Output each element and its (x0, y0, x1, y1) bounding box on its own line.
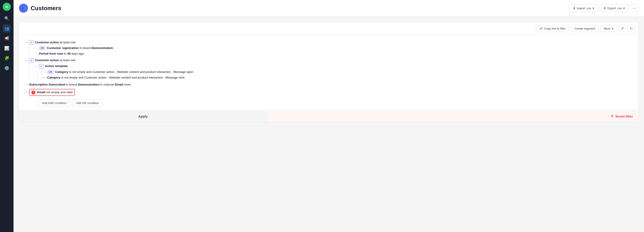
copy-link-icon: 🔗 (539, 27, 543, 30)
filter-panel: 🔗 Copy link to filter Create segment Mor… (19, 22, 638, 122)
expand-customer-action-2[interactable]: + (29, 58, 34, 63)
sidebar-item-analytics[interactable]: 📊 (3, 44, 11, 52)
more-label: More (604, 27, 610, 30)
import-chevron-icon: ▾ (592, 7, 594, 10)
filter-actions: Add AND condition Add OR condition (24, 97, 633, 110)
create-segment-label: Create segment (574, 27, 595, 30)
row-label-customer-action-1: Customer action at least one (35, 40, 76, 45)
h-connector-4 (33, 66, 38, 67)
or-badge-2: OR (47, 70, 54, 74)
import-label: Import .csv (577, 7, 591, 10)
or-group-2: OR Category is not empty and Customer ac… (37, 69, 633, 81)
filter-row-category-1: OR Category is not empty and Customer ac… (41, 69, 633, 75)
filter-row-customer-registration: OR Customer registration In brand Demons… (33, 45, 633, 51)
main-content: 👥 Customers ⬇ Import .csv ▾ ⬆ Export .cs… (14, 0, 644, 232)
sidebar-item-campaigns[interactable]: 📢 (3, 34, 11, 43)
import-icon: ⬇ (573, 7, 576, 10)
reset-filter-button[interactable]: ✕ Reset filter (267, 111, 638, 122)
vertical-line-2 (29, 63, 32, 81)
copy-link-button[interactable]: 🔗 Copy link to filter (536, 25, 569, 32)
customer-action-2-children: + Action template (29, 63, 633, 81)
redo-button[interactable]: ↻ (628, 25, 635, 32)
create-segment-button[interactable]: Create segment (571, 25, 599, 32)
export-chevron-icon: ▾ (623, 7, 625, 10)
page-header: 👥 Customers ⬇ Import .csv ▾ ⬆ Export .cs… (14, 0, 644, 17)
avatar[interactable]: m (3, 3, 11, 11)
row-label-registration: Customer registration In brand Demonstra… (47, 46, 113, 50)
email-condition-row[interactable]: − Email not empty and valid (29, 89, 75, 96)
reset-label: Reset filter (615, 114, 633, 118)
connector-line-sub (24, 84, 29, 85)
export-label: Export .csv (608, 7, 622, 10)
header-right: ⬇ Import .csv ▾ ⬆ Export .csv ▾ ⋯ (569, 4, 638, 12)
sidebar: m 🔍 👥 📢 📊 🧩 ⚙️ (0, 0, 14, 232)
filter-row-customer-action-1: + Customer action at least one (24, 40, 633, 45)
add-and-condition-button[interactable]: Add AND condition (38, 99, 70, 107)
header-left: 👥 Customers (19, 4, 61, 13)
filter-row-customer-action-2: + Customer action at least one (24, 58, 633, 63)
content-area: 🔗 Copy link to filter Create segment Mor… (14, 17, 644, 232)
export-icon: ⬆ (604, 7, 606, 10)
add-or-condition-button[interactable]: Add OR condition (72, 99, 103, 107)
undo-button[interactable]: ↺ (618, 25, 626, 32)
row-label-category-1: Category is not empty and Customer actio… (55, 70, 194, 74)
copy-link-label: Copy link to filter (544, 27, 566, 30)
import-button[interactable]: ⬇ Import .csv ▾ (569, 5, 598, 12)
h-connector-5 (41, 72, 46, 72)
vertical-line-3 (37, 69, 40, 81)
sidebar-item-integrations[interactable]: 🧩 (3, 54, 11, 62)
reset-icon: ✕ (611, 114, 614, 118)
filter-row-category-2: Category is not empty and Customer actio… (41, 75, 633, 81)
filter-toolbar: 🔗 Copy link to filter Create segment Mor… (19, 22, 638, 35)
vertical-line-1 (29, 45, 32, 57)
row-label-subscription: Subscription Subscribed in brand Demonst… (29, 83, 130, 87)
sidebar-item-settings[interactable]: ⚙️ (3, 64, 11, 72)
filter-footer: Apply ✕ Reset filter (19, 110, 638, 122)
sidebar-item-customers[interactable]: 👥 (3, 24, 11, 33)
filter-tree: + Customer action at least one (19, 35, 638, 110)
or-badge-1: OR (39, 46, 46, 50)
row-label-email: Email not empty and valid (37, 90, 72, 95)
row-label-customer-action-2: Customer action at least one (35, 58, 76, 63)
h-connector-6 (41, 77, 46, 78)
filter-row-action-template: + Action template (33, 63, 633, 69)
export-button[interactable]: ⬆ Export .csv ▾ (600, 5, 629, 12)
row-label-period: Period from now to 45 days ago. (39, 52, 85, 56)
more-chevron-icon: ▾ (612, 27, 613, 30)
connector-line-email (24, 92, 29, 93)
more-button[interactable]: More ▾ (600, 25, 617, 32)
filter-row-email: − Email not empty and valid (24, 88, 633, 97)
or-group-1: OR Customer registration In brand Demons… (29, 45, 633, 57)
row-label-category-2: Category is not empty and Customer actio… (47, 76, 185, 80)
remove-condition-button[interactable]: − (31, 91, 36, 95)
expand-customer-action-1[interactable]: + (29, 40, 34, 45)
connector-line (24, 42, 29, 43)
row-label-action-template: Action template (45, 64, 68, 68)
page-title: Customers (31, 5, 61, 12)
connector-line-3 (24, 60, 29, 61)
apply-button[interactable]: Apply (19, 111, 267, 122)
customers-icon: 👥 (19, 4, 28, 13)
more-options-button[interactable]: ⋯ (630, 4, 638, 12)
sidebar-item-search[interactable]: 🔍 (3, 15, 11, 23)
expand-action-template[interactable]: + (39, 64, 44, 69)
h-connector (33, 48, 38, 49)
h-connector-2 (33, 54, 38, 54)
filter-row-subscription: Subscription Subscribed in brand Demonst… (24, 82, 633, 88)
filter-row-period: Period from now to 45 days ago. (33, 51, 633, 57)
